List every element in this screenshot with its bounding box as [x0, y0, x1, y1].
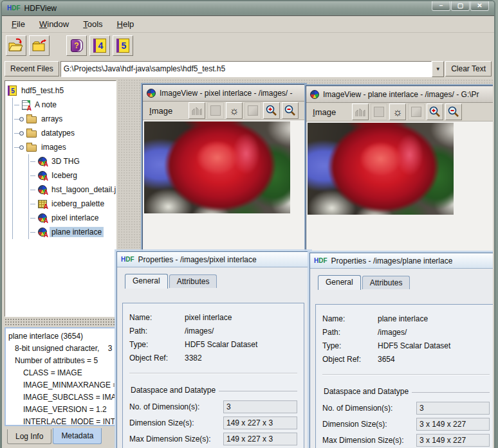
imageview2-title: ImageView - plane interlace - /images/ -… [323, 90, 479, 99]
tree-item-plane-interlace[interactable]: A plane interlace [29, 225, 115, 239]
help-button[interactable]: ? [66, 35, 87, 56]
combo-dropdown-button[interactable]: ▼ [432, 61, 444, 77]
dialog2-tabs: General Attributes [315, 274, 493, 289]
image-dataset-icon: A [38, 213, 47, 222]
tab-metadata[interactable]: Metadata [53, 428, 102, 444]
tab-attributes[interactable]: Attributes [362, 276, 410, 289]
palette-button[interactable] [371, 103, 387, 120]
rose-image[interactable] [308, 123, 454, 215]
maxsize-label: Max Dimension Size(s): [322, 436, 416, 445]
separator [129, 373, 297, 374]
zoom-out-icon [284, 104, 297, 117]
tab-log-info[interactable]: Log Info [7, 429, 51, 444]
hdf5-file-icon: 5 [8, 85, 17, 96]
menu-file[interactable]: File [6, 17, 31, 31]
clear-text-button[interactable]: Clear Text [445, 61, 492, 76]
note-icon: A [22, 100, 30, 110]
maxsize-value: 3 x 149 x 227 [416, 434, 490, 447]
imageview1-title: ImageView - pixel interlace - /images/ - [160, 89, 293, 98]
contrast-button[interactable] [244, 102, 261, 119]
histogram-button[interactable] [189, 102, 205, 119]
close-file-button[interactable] [29, 35, 50, 56]
maximize-button[interactable]: ▢ [451, 1, 470, 11]
tree-item-iceberg[interactable]: A Iceberg [29, 168, 115, 183]
properties-dialog-plane-interlace: HDF Properties - /images/plane interlace… [309, 253, 493, 448]
path-value: /images/ [378, 326, 407, 339]
tree-item-pixel-interlace[interactable]: A pixel interlace [29, 211, 115, 225]
menu-window[interactable]: Window [33, 17, 75, 31]
dialog2-titlebar[interactable]: HDF Properties - /images/plane interlace [310, 253, 493, 269]
tree-item-datatypes[interactable]: datatypes [13, 126, 115, 140]
brightness-button[interactable]: ☼ [226, 102, 243, 119]
hdfview-main-window: HDF HDFView – ▢ ✕ File Window Tools Help [1, 0, 495, 448]
expand-handle-icon[interactable] [19, 117, 24, 121]
image-dataset-icon: A [38, 228, 47, 237]
palette-icon [210, 105, 221, 116]
path-label: Path: [129, 325, 185, 338]
help-book-icon: ? [71, 39, 83, 52]
rose-image[interactable] [144, 121, 290, 213]
open-file-button[interactable] [6, 35, 26, 56]
zoom-in-icon [265, 104, 278, 117]
name-value: plane interlace [378, 312, 428, 326]
contrast-button[interactable] [408, 103, 425, 120]
file-tree: 5 hdf5_test.h5 A A note a [5, 80, 116, 317]
menu-tools[interactable]: Tools [77, 17, 108, 31]
histogram-button[interactable] [352, 103, 369, 120]
tab-attributes[interactable]: Attributes [169, 274, 217, 288]
image-menu[interactable]: Image [145, 105, 176, 117]
chevron-down-icon: ▼ [436, 66, 441, 72]
dialog1-titlebar[interactable]: HDF Properties - /images/pixel interlace [117, 252, 309, 267]
zoom-in-button[interactable] [263, 102, 280, 119]
tree-item-images[interactable]: images [13, 140, 115, 154]
recent-files-button[interactable]: Recent Files [5, 61, 59, 76]
name-value: pixel interlace [185, 311, 232, 325]
zoom-in-button[interactable] [427, 103, 443, 120]
hdf5-library-button[interactable]: 5 [113, 35, 133, 56]
imageview1-titlebar[interactable]: ImageView - pixel interlace - /images/ - [143, 85, 305, 102]
maxsize-label: Max Dimension Size(s): [129, 435, 223, 444]
size-value: 3 x 149 x 227 [416, 418, 490, 431]
zoom-out-button[interactable] [445, 103, 462, 120]
tree-item-iceberg-palette[interactable]: A iceberg_palette [29, 197, 115, 211]
tree-item-hst-lagoon[interactable]: A hst_lagoon_detail.jpg [29, 183, 115, 197]
palette-button[interactable] [207, 102, 224, 119]
hdf5-icon: 5 [116, 39, 129, 53]
expand-handle-icon[interactable] [19, 131, 24, 136]
panel-splitter[interactable] [5, 318, 116, 326]
brightness-button[interactable]: ☼ [389, 103, 406, 120]
file-path-input[interactable]: G:\Projects\Java\hdf-java\samples\hdf5_t… [60, 61, 432, 77]
object-ref-value: 3654 [378, 353, 395, 366]
dialog1-title: Properties - /images/pixel interlace [138, 255, 257, 264]
metadata-line: plane interlace (3654) [6, 330, 115, 343]
dims-value: 3 [416, 402, 490, 415]
hdf-logo-icon: HDF [7, 5, 21, 12]
dims-value: 3 [223, 400, 297, 413]
imageview2-titlebar[interactable]: ImageView - plane interlace - /images/ -… [306, 86, 493, 103]
hdf-logo-icon: HDF [121, 256, 134, 263]
tree-item-3d-thg[interactable]: A 3D THG [29, 154, 115, 168]
menu-help[interactable]: Help [111, 17, 140, 31]
minimize-button[interactable]: – [432, 1, 450, 11]
imageview1-toolbar: Image ☼ [143, 102, 305, 120]
tree-item-arrays[interactable]: arrays [13, 112, 115, 126]
maxsize-value: 149 x 227 x 3 [223, 433, 297, 445]
tab-general[interactable]: General [125, 274, 168, 289]
main-titlebar[interactable]: HDF HDFView – ▢ ✕ [2, 1, 494, 15]
collapse-handle-icon[interactable] [19, 145, 24, 150]
zoom-out-button[interactable] [282, 102, 299, 119]
image-menu[interactable]: Image [309, 106, 340, 118]
separator [322, 374, 490, 375]
hdf4-library-button[interactable]: 4 [89, 35, 110, 56]
window-title: HDFView [24, 4, 57, 13]
close-button[interactable]: ✕ [470, 1, 489, 11]
zoom-out-icon [447, 105, 460, 118]
image-dataset-icon: A [38, 157, 47, 166]
tab-general[interactable]: General [318, 275, 361, 290]
tree-item-root[interactable]: 5 hdf5_test.h5 [6, 84, 115, 98]
object-ref-label: Object Ref: [129, 352, 185, 365]
tree-item-a-note[interactable]: A A note [13, 98, 115, 112]
hdf4-icon: 4 [93, 39, 106, 53]
path-label: Path: [322, 326, 378, 339]
close-file-icon [31, 38, 48, 53]
